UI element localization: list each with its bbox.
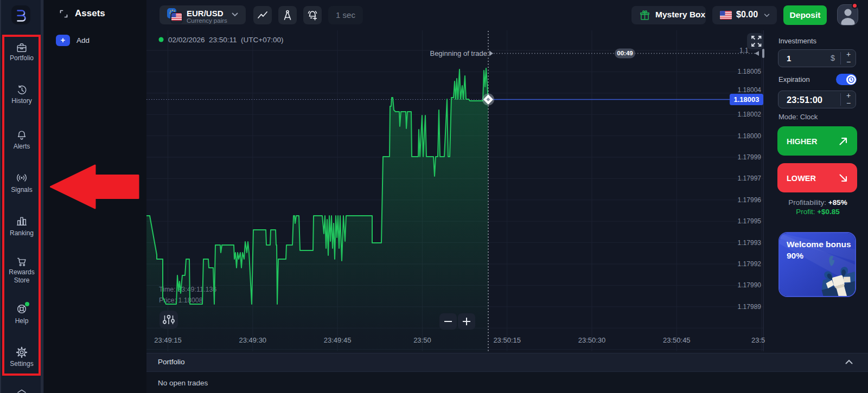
svg-text:1.17989: 1.17989: [738, 303, 762, 311]
svg-text:23:5: 23:5: [751, 336, 765, 344]
svg-text:23:50:15: 23:50:15: [493, 336, 521, 344]
svg-text:1.18002: 1.18002: [738, 111, 762, 118]
svg-text:1.17996: 1.17996: [738, 196, 762, 204]
svg-text:00:49: 00:49: [617, 50, 633, 56]
svg-text:1.1: 1.1: [739, 47, 749, 54]
svg-text:1.17990: 1.17990: [738, 281, 762, 289]
svg-text:1.18000: 1.18000: [738, 132, 762, 140]
svg-text:1.17999: 1.17999: [738, 153, 762, 161]
svg-text:1.17993: 1.17993: [738, 239, 762, 247]
svg-text:1.18003: 1.18003: [734, 95, 760, 104]
svg-text:1.17997: 1.17997: [738, 175, 762, 182]
svg-text:Beginning of trade: Beginning of trade: [430, 49, 487, 57]
svg-text:1.17992: 1.17992: [738, 260, 762, 268]
svg-text:02/02/2026 23:50:11 (UTC+07:: 02/02/2026 23:50:11 (UTC+07:00): [168, 36, 284, 44]
svg-text:23:50:45: 23:50:45: [663, 336, 691, 344]
svg-text:1.18004: 1.18004: [738, 86, 762, 94]
svg-text:1.18005: 1.18005: [738, 68, 762, 75]
svg-text:23:50:30: 23:50:30: [578, 336, 606, 344]
svg-text:1.17995: 1.17995: [738, 217, 762, 225]
